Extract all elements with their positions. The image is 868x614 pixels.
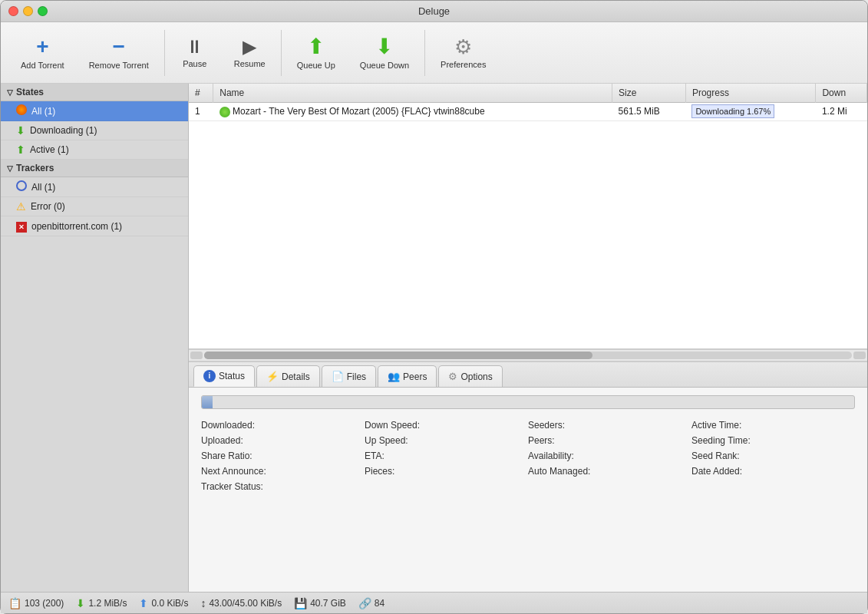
sidebar-item-active[interactable]: ⬆ Active (1) — [1, 140, 188, 160]
status-col-1: Downloaded: Uploaded: Share Ratio: — [201, 420, 365, 492]
row-size: 561.5 MiB — [612, 103, 686, 121]
add-torrent-button[interactable]: + Add Torrent — [8, 31, 77, 74]
status-col-4: Active Time: Seeding Time: Seed Rank: — [691, 420, 855, 492]
scroll-right-btn[interactable] — [853, 352, 866, 359]
minimize-button[interactable] — [23, 6, 33, 16]
tab-details[interactable]: ⚡ Details — [256, 365, 320, 387]
preferences-label: Preferences — [441, 60, 486, 69]
seeders-label: Seeders: — [528, 420, 565, 431]
up-speed-label: Up Speed: — [365, 435, 408, 446]
downloading-icon: ⬇ — [16, 124, 25, 137]
queue-down-icon: ⬇ — [375, 36, 393, 58]
scrollbar-thumb[interactable] — [204, 352, 592, 359]
active-time-label: Active Time: — [691, 420, 741, 431]
maximize-button[interactable] — [38, 6, 48, 16]
sidebar: ▽ States All (1) ⬇ Downloading (1) ⬆ Act… — [1, 84, 189, 592]
statusbar-disk: 💾 40.7 GiB — [294, 597, 346, 609]
scroll-left-btn[interactable] — [190, 352, 203, 359]
progress-bar-container — [201, 395, 855, 409]
col-size: Size — [612, 84, 686, 103]
connections-value: 84 — [375, 598, 384, 609]
status-availability: Availability: — [528, 451, 691, 461]
add-torrent-label: Add Torrent — [21, 61, 64, 70]
sidebar-item-all[interactable]: All (1) — [1, 101, 188, 121]
peers-tab-label: Peers — [403, 371, 427, 382]
horizontal-scrollbar[interactable] — [189, 349, 867, 361]
options-tab-label: Options — [460, 371, 492, 382]
states-section-header[interactable]: ▽ States — [1, 84, 188, 101]
row-num: 1 — [189, 103, 213, 121]
limit-icon: ↕ — [200, 597, 206, 609]
queue-up-icon: ⬆ — [307, 36, 325, 58]
connections-icon: 🔗 — [358, 597, 371, 609]
next-announce-label: Next Announce: — [201, 466, 266, 477]
tab-bar: i Status ⚡ Details 📄 Files 👥 Peers — [189, 362, 867, 388]
seeding-time-label: Seeding Time: — [691, 435, 751, 446]
status-grid: Downloaded: Uploaded: Share Ratio: — [201, 420, 855, 492]
window-controls — [8, 6, 48, 16]
resume-button[interactable]: ▶ Resume — [222, 33, 278, 73]
date-added-label: Date Added: — [691, 466, 742, 477]
add-icon: + — [36, 36, 48, 58]
status-col-3: Seeders: Peers: Availability: — [528, 420, 691, 492]
status-uploaded: Uploaded: — [201, 435, 365, 446]
scrollbar-track[interactable] — [204, 352, 852, 359]
torrent-list: # Name Size Progress Down 1 Mozart — [189, 84, 867, 121]
sidebar-item-tracker-error[interactable]: ⚠ Error (0) — [1, 197, 188, 216]
queue-icon: 📋 — [8, 597, 21, 609]
status-seed-rank: Seed Rank: — [691, 451, 855, 461]
status-col-2: Down Speed: Up Speed: ETA: — [365, 420, 528, 492]
main-area: ▽ States All (1) ⬇ Downloading (1) ⬆ Act… — [1, 84, 867, 592]
files-tab-icon: 📄 — [332, 371, 344, 382]
table-row[interactable]: 1 Mozart - The Very Best Of Mozart (2005… — [189, 103, 867, 121]
queue-down-button[interactable]: ⬇ Queue Down — [348, 31, 421, 74]
pause-icon: ⏸ — [186, 38, 204, 56]
resume-label: Resume — [234, 59, 266, 68]
sidebar-item-downloading[interactable]: ⬇ Downloading (1) — [1, 121, 188, 140]
limit-value: 43.00/45.00 KiB/s — [209, 598, 282, 609]
files-tab-label: Files — [347, 371, 366, 382]
sidebar-item-tracker-all[interactable]: All (1) — [1, 177, 188, 197]
status-eta: ETA: — [365, 451, 528, 461]
status-down-speed: Down Speed: — [365, 420, 528, 431]
status-share-ratio: Share Ratio: — [201, 451, 365, 461]
statusbar-connections: 🔗 84 — [358, 597, 384, 609]
auto-managed-label: Auto Managed: — [528, 466, 590, 477]
pause-button[interactable]: ⏸ Pause — [168, 33, 222, 73]
sidebar-item-obt[interactable]: ✕ openbittorrent.com (1) — [1, 216, 188, 236]
tracker-all-icon — [16, 180, 27, 193]
trackers-section-header[interactable]: ▽ Trackers — [1, 160, 188, 177]
details-tab-icon: ⚡ — [266, 371, 279, 382]
tab-peers[interactable]: 👥 Peers — [378, 365, 437, 387]
status-panel: Downloaded: Uploaded: Share Ratio: — [189, 388, 867, 592]
status-seeders: Seeders: — [528, 420, 691, 431]
status-next-announce: Next Announce: — [201, 466, 365, 477]
close-button[interactable] — [8, 6, 18, 16]
states-header-label: States — [16, 87, 44, 97]
sidebar-item-obt-label: openbittorrent.com (1) — [31, 221, 122, 232]
col-num: # — [189, 84, 213, 103]
queue-up-button[interactable]: ⬆ Queue Up — [285, 31, 348, 74]
remove-torrent-button[interactable]: − Remove Torrent — [77, 31, 161, 74]
col-down: Down — [816, 84, 867, 103]
tab-options[interactable]: ⚙ Options — [438, 365, 502, 387]
status-tab-icon: i — [203, 370, 216, 382]
active-icon: ⬆ — [16, 144, 25, 156]
disk-icon: 💾 — [294, 597, 307, 609]
eta-label: ETA: — [365, 451, 384, 461]
torrent-table[interactable]: # Name Size Progress Down 1 Mozart — [189, 84, 867, 349]
status-tab-label: Status — [219, 371, 245, 381]
col-progress: Progress — [685, 84, 815, 103]
statusbar-down-speed: ⬇ 1.2 MiB/s — [76, 597, 127, 609]
availability-label: Availability: — [528, 451, 574, 461]
details-tab-label: Details — [282, 371, 310, 382]
down-speed-icon: ⬇ — [76, 597, 85, 609]
disk-value: 40.7 GiB — [310, 598, 346, 609]
status-active-time: Active Time: — [691, 420, 855, 431]
preferences-button[interactable]: ⚙ Preferences — [428, 32, 498, 74]
row-name: Mozart - The Very Best Of Mozart (2005) … — [213, 103, 612, 121]
preferences-icon: ⚙ — [454, 37, 472, 57]
trackers-header-label: Trackers — [16, 163, 54, 173]
tab-files[interactable]: 📄 Files — [322, 365, 376, 387]
tab-status[interactable]: i Status — [193, 365, 255, 387]
